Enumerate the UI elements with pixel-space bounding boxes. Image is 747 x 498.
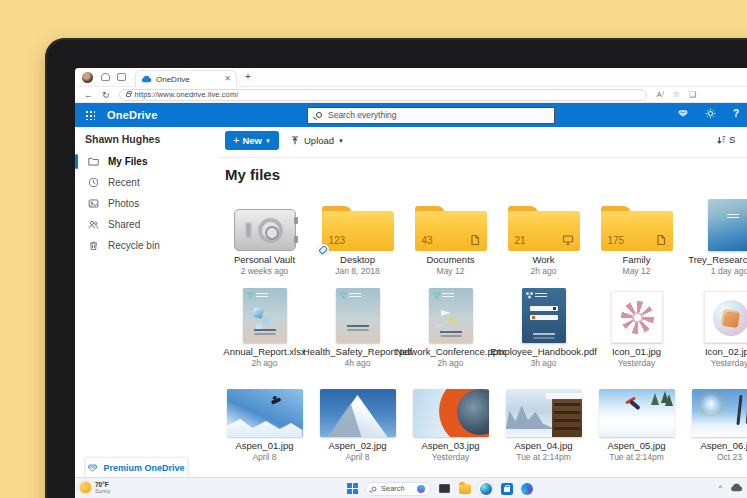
- plus-icon: +: [233, 135, 239, 146]
- doc-thumbnail: [336, 288, 380, 343]
- sidebar-item-shared[interactable]: Shared: [75, 214, 215, 235]
- tile-family-folder[interactable]: 175 Family May 12: [590, 199, 683, 276]
- search-icon: [372, 486, 377, 491]
- file-explorer-icon[interactable]: [458, 482, 471, 495]
- chevron-down-icon: ▼: [338, 138, 344, 144]
- folder-icon: [88, 156, 99, 167]
- new-tab-icon[interactable]: +: [245, 71, 251, 82]
- task-view-icon[interactable]: [438, 482, 451, 495]
- browser-tab-onedrive[interactable]: OneDrive ✕: [135, 70, 237, 87]
- folder-icon: 21: [508, 206, 580, 251]
- doc-thumbnail: [522, 288, 566, 343]
- photo-thumbnail: [413, 389, 489, 437]
- tab-title: OneDrive: [156, 75, 220, 84]
- photo-thumbnail: [692, 389, 747, 437]
- edge-browser-icon[interactable]: [478, 481, 493, 496]
- onedrive-brand[interactable]: OneDrive: [107, 109, 158, 121]
- tile-work-folder[interactable]: 21 Work 2h ago: [497, 199, 590, 276]
- search-placeholder: Search everything: [328, 110, 397, 120]
- tile-aspen-04[interactable]: Aspen_04.jpg Tue at 2:14pm: [497, 389, 590, 462]
- clock-icon: [88, 177, 99, 188]
- settings-gear-icon[interactable]: [705, 108, 716, 119]
- tile-aspen-03[interactable]: Aspen_03.jpg Yesterday: [404, 389, 497, 462]
- tile-aspen-06[interactable]: Aspen_06.jpg Oct 23: [683, 389, 747, 462]
- back-icon[interactable]: ←: [84, 90, 93, 100]
- onedrive-tray-icon[interactable]: [730, 483, 743, 492]
- sort-icon: [716, 135, 726, 145]
- tray-chevron-icon[interactable]: ^: [719, 484, 722, 491]
- sidebar: Shawn Hughes My Files Recent Photos: [75, 127, 215, 477]
- sort-button[interactable]: S: [716, 134, 735, 145]
- copilot-icon: [417, 485, 425, 493]
- chevron-down-icon: ▼: [265, 138, 271, 144]
- tile-icon-02[interactable]: Icon_02.jpg Yesterday: [683, 287, 747, 368]
- onedrive-cloud-icon: [141, 75, 152, 83]
- microsoft-store-icon[interactable]: [500, 482, 513, 495]
- windows-taskbar: 70°F Sunny Search: [75, 477, 747, 498]
- tile-aspen-05[interactable]: Aspen_05.jpg Tue at 2:14pm: [590, 389, 683, 462]
- tile-personal-vault[interactable]: Personal Vault 2 weeks ago: [218, 199, 311, 276]
- lock-icon: [126, 93, 131, 97]
- tab-close-icon[interactable]: ✕: [224, 75, 231, 83]
- user-name: Shawn Hughes: [85, 133, 160, 145]
- search-everything-input[interactable]: Search everything: [307, 107, 555, 124]
- photo-thumbnail: [506, 389, 582, 437]
- read-aloud-icon[interactable]: A⁾: [657, 90, 664, 99]
- premium-gem-icon: [88, 464, 97, 472]
- url-field[interactable]: https://www.onedrive.live.com/: [119, 89, 647, 101]
- browser-profile-avatar[interactable]: [82, 72, 93, 83]
- divider: [218, 157, 747, 158]
- tile-network-conference[interactable]: Network_Conference.pptx 2h ago: [404, 287, 497, 368]
- browser-tab-actions-icon[interactable]: [117, 73, 126, 81]
- upload-button[interactable]: Upload ▼: [290, 131, 344, 150]
- trash-icon: [88, 240, 99, 251]
- taskbar-search-input[interactable]: Search: [365, 482, 431, 496]
- tile-icon-01[interactable]: Icon_01.jpg Yesterday: [590, 287, 683, 368]
- tile-employee-handbook[interactable]: Employee_Handbook.pdf 3h ago: [497, 287, 590, 368]
- document-badge-icon: [469, 234, 481, 246]
- new-button[interactable]: + New ▼: [225, 131, 279, 150]
- split-screen-icon[interactable]: ❏: [689, 90, 696, 99]
- windows-start-button[interactable]: [347, 483, 358, 494]
- device-screen: OneDrive ✕ + ← ↻ https://www.onedrive.li…: [75, 68, 747, 498]
- sidebar-item-photos[interactable]: Photos: [75, 193, 215, 214]
- sidebar-item-recycle-bin[interactable]: Recycle bin: [75, 235, 215, 256]
- tile-health-safety-report[interactable]: Health_Safety_Report.pdf 4h ago: [311, 287, 404, 368]
- url-text: https://www.onedrive.live.com/: [135, 90, 239, 99]
- page-title: My files: [225, 166, 280, 183]
- tablet-device-bezel: OneDrive ✕ + ← ↻ https://www.onedrive.li…: [45, 38, 747, 498]
- tile-desktop-folder[interactable]: 123 Desktop Jan 8, 2018: [311, 199, 404, 276]
- folder-icon: 43: [415, 206, 487, 251]
- app-icon[interactable]: [520, 482, 533, 495]
- document-badge-icon: [655, 234, 667, 246]
- tile-annual-report[interactable]: Annual_Report.xlsx 2h ago: [218, 287, 311, 368]
- personal-vault-safe-icon: [234, 209, 296, 251]
- favorites-star-icon[interactable]: ☆: [673, 90, 680, 99]
- tile-aspen-01[interactable]: Aspen_01.jpg April 8: [218, 389, 311, 462]
- doc-thumbnail: [243, 288, 287, 343]
- photo-icon: [88, 198, 99, 209]
- photo-thumbnail: [599, 389, 675, 437]
- sun-icon: [80, 482, 91, 493]
- tile-trey-research-doc[interactable]: Trey_Research.doc 1 day ago: [683, 199, 747, 276]
- doc-thumbnail: [429, 288, 473, 343]
- sidebar-item-recent[interactable]: Recent: [75, 172, 215, 193]
- image-thumbnail: [704, 291, 747, 343]
- search-icon: [316, 112, 322, 118]
- browser-workspaces-icon[interactable]: [101, 73, 110, 81]
- help-icon[interactable]: ?: [733, 108, 739, 119]
- premium-onedrive-button[interactable]: Premium OneDrive: [85, 457, 188, 479]
- weather-widget[interactable]: 70°F Sunny: [80, 481, 111, 494]
- premium-gem-icon[interactable]: [678, 109, 688, 118]
- app-launcher-waffle-icon[interactable]: [85, 110, 95, 120]
- refresh-icon[interactable]: ↻: [102, 90, 110, 100]
- doc-thumbnail: [708, 199, 747, 251]
- folder-icon: 123: [322, 206, 394, 251]
- system-tray[interactable]: ^: [719, 483, 743, 492]
- tile-aspen-02[interactable]: Aspen_02.jpg April 8: [311, 389, 404, 462]
- photo-thumbnail: [227, 389, 303, 437]
- monitor-badge-icon: [562, 234, 574, 246]
- tile-documents-folder[interactable]: 43 Documents May 12: [404, 199, 497, 276]
- browser-address-bar: ← ↻ https://www.onedrive.live.com/ A⁾ ☆ …: [75, 87, 747, 103]
- sidebar-item-my-files[interactable]: My Files: [75, 151, 215, 172]
